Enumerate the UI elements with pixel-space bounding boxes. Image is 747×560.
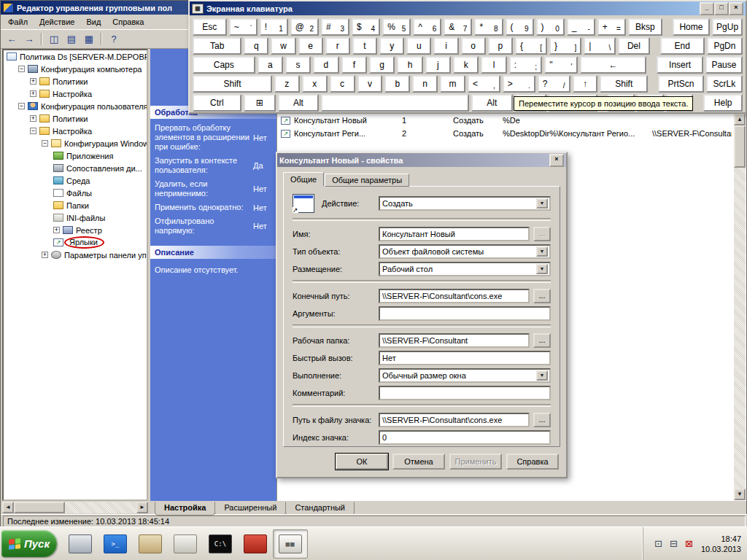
key-caps[interactable]: Caps: [193, 56, 255, 74]
key-l[interactable]: l: [481, 56, 506, 74]
my-computer-icon[interactable]: [63, 529, 98, 559]
tree-item[interactable]: Среда: [4, 174, 147, 187]
key-g[interactable]: g: [369, 56, 395, 74]
icon-path-field[interactable]: \\SERVER-F\Consultant\cons.exe: [379, 413, 530, 427]
toolbox-icon[interactable]: [238, 529, 273, 559]
tree-item[interactable]: ↗Ярлыки: [4, 236, 147, 249]
key-alt-left[interactable]: Alt: [278, 94, 320, 112]
key-i[interactable]: i: [433, 37, 458, 55]
key-shift-left[interactable]: Shift: [193, 75, 272, 93]
key-tab[interactable]: Tab: [193, 37, 241, 55]
tree-item[interactable]: +Реестр: [4, 224, 147, 236]
key-bracket-left[interactable]: {[: [515, 37, 547, 55]
apply-button[interactable]: Применить: [449, 454, 502, 470]
run-mode-field[interactable]: Обычный размер окна▼: [379, 368, 551, 383]
expand-icon[interactable]: +: [30, 90, 36, 97]
key-1[interactable]: !1: [260, 18, 288, 36]
browse-button[interactable]: ...: [533, 289, 551, 303]
menu-item[interactable]: Действие: [34, 15, 80, 28]
key-pgup[interactable]: PgUp: [712, 18, 743, 36]
list-item[interactable]: ↗Консультант Реги...2Создать%DesktopDir%…: [281, 128, 732, 139]
key-end[interactable]: End: [660, 37, 705, 55]
back-icon[interactable]: ←: [4, 32, 20, 47]
scrollbar-thumb[interactable]: [734, 125, 746, 168]
target-path-field[interactable]: \\SERVER-F\Consultant\cons.exe: [379, 289, 530, 303]
dropdown-arrow-icon[interactable]: ▼: [536, 198, 548, 209]
dialog-title-bar[interactable]: Консультант Новый - свойства ×: [277, 153, 566, 167]
close-button[interactable]: ×: [729, 2, 743, 15]
scroll-up-button[interactable]: ▲: [734, 114, 746, 125]
key-6[interactable]: ^6: [413, 18, 441, 36]
key-comma[interactable]: <,: [468, 75, 500, 93]
list-scrollbar[interactable]: ▲ ▼: [734, 114, 746, 500]
key-p[interactable]: p: [488, 37, 513, 55]
minimize-button[interactable]: _: [700, 2, 714, 15]
expand-icon[interactable]: +: [30, 115, 36, 122]
key-s[interactable]: s: [285, 56, 311, 74]
key-esc[interactable]: Esc: [193, 18, 227, 36]
key-n[interactable]: n: [412, 75, 438, 93]
menu-item[interactable]: Файл: [2, 15, 34, 28]
key-backquote[interactable]: ~`: [229, 18, 258, 36]
key-ctrl-left[interactable]: Ctrl: [193, 94, 241, 112]
tree-scrollbar-thumb[interactable]: [14, 502, 65, 513]
display-icon[interactable]: ⊟: [667, 538, 680, 550]
key-4[interactable]: $4: [352, 18, 380, 36]
tree-item[interactable]: Папки: [4, 199, 147, 211]
key-z[interactable]: z: [274, 75, 300, 93]
key-x[interactable]: x: [302, 75, 328, 93]
tree-item[interactable]: Сопоставления ди...: [4, 162, 147, 174]
tree-item[interactable]: +Политики: [4, 75, 147, 88]
help-icon[interactable]: ?: [106, 32, 122, 47]
keyboard-title-bar[interactable]: ▦ Экранная клавиатура _□×: [190, 1, 746, 15]
start-button[interactable]: Пуск: [1, 530, 57, 557]
show-console-tree-icon[interactable]: ◫: [46, 32, 62, 47]
key-t[interactable]: t: [352, 37, 377, 55]
command-prompt-icon[interactable]: C:\: [203, 529, 238, 559]
key-3[interactable]: #3: [321, 18, 349, 36]
tree-item[interactable]: −Конфигурация компьютера: [4, 63, 147, 75]
expand-icon[interactable]: +: [53, 227, 60, 233]
properties-icon[interactable]: ▦: [81, 32, 97, 47]
key-enter[interactable]: ←: [580, 56, 647, 74]
dropdown-arrow-icon[interactable]: ▼: [536, 246, 548, 257]
network-status-icon[interactable]: ⊡: [652, 538, 665, 550]
key-backspace[interactable]: Bksp: [628, 18, 662, 36]
browse-button[interactable]: ...: [533, 333, 551, 348]
key-v[interactable]: v: [357, 75, 383, 93]
tree-item[interactable]: −Настройка: [4, 125, 147, 137]
key-j[interactable]: j: [425, 56, 451, 74]
tree-item[interactable]: INI-файлы: [4, 211, 147, 224]
key-k[interactable]: k: [453, 56, 479, 74]
key-a[interactable]: a: [258, 56, 283, 74]
ok-button[interactable]: ОК: [336, 454, 388, 470]
key-alt-right[interactable]: Alt: [471, 94, 513, 112]
tree-item[interactable]: +Параметры панели уп...: [4, 249, 147, 261]
key-home[interactable]: Home: [673, 18, 711, 36]
location-field[interactable]: Рабочий стол▼: [379, 262, 551, 276]
key-7[interactable]: &7: [444, 18, 472, 36]
cancel-button[interactable]: Отмена: [392, 454, 445, 470]
key-r[interactable]: r: [325, 37, 350, 55]
key-h[interactable]: h: [397, 56, 422, 74]
icon-index-field[interactable]: 0: [379, 430, 551, 445]
key-5[interactable]: %5: [382, 18, 411, 36]
action-field[interactable]: Создать▼: [379, 196, 551, 211]
shortcut-key-field[interactable]: Нет: [379, 351, 551, 365]
explorer-icon[interactable]: [133, 529, 168, 559]
key-bracket-right[interactable]: }]: [549, 37, 581, 55]
key-scrlk[interactable]: ScrLk: [706, 75, 743, 93]
tree-item[interactable]: +Политики: [4, 112, 147, 125]
menu-item[interactable]: Вид: [80, 15, 107, 28]
key-m[interactable]: m: [440, 75, 465, 93]
scroll-down-button[interactable]: ▼: [734, 489, 746, 500]
key-period[interactable]: >.: [503, 75, 535, 93]
list-item[interactable]: ↗Консультант Новый1Создать%De: [281, 114, 732, 126]
tab-general-params[interactable]: Общие параметры: [325, 174, 409, 187]
key-f[interactable]: f: [341, 56, 367, 74]
key-y[interactable]: y: [379, 37, 404, 55]
key-arrow-up[interactable]: ↑: [573, 75, 598, 93]
collapse-icon[interactable]: −: [30, 128, 36, 134]
arguments-field[interactable]: [379, 306, 551, 321]
key-help[interactable]: Help: [703, 94, 743, 112]
